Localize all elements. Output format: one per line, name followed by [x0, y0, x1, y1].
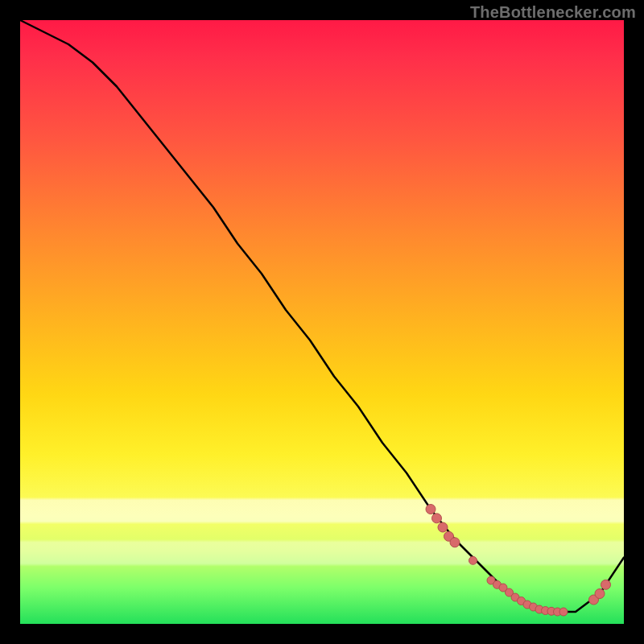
curve-marker — [595, 589, 605, 599]
curve-layer — [20, 20, 624, 624]
curve-markers — [426, 505, 611, 617]
curve-marker — [432, 514, 442, 523]
curve-marker — [426, 505, 436, 514]
curve-marker — [450, 538, 460, 547]
curve-marker — [438, 522, 448, 532]
curve-marker — [469, 556, 477, 564]
plot-area — [20, 20, 624, 624]
watermark-label: TheBottlenecker.com — [470, 3, 636, 22]
bottleneck-curve — [20, 20, 624, 612]
curve-marker — [601, 580, 611, 589]
curve-marker — [559, 608, 568, 616]
chart-stage: TheBottlenecker.com — [0, 0, 644, 644]
